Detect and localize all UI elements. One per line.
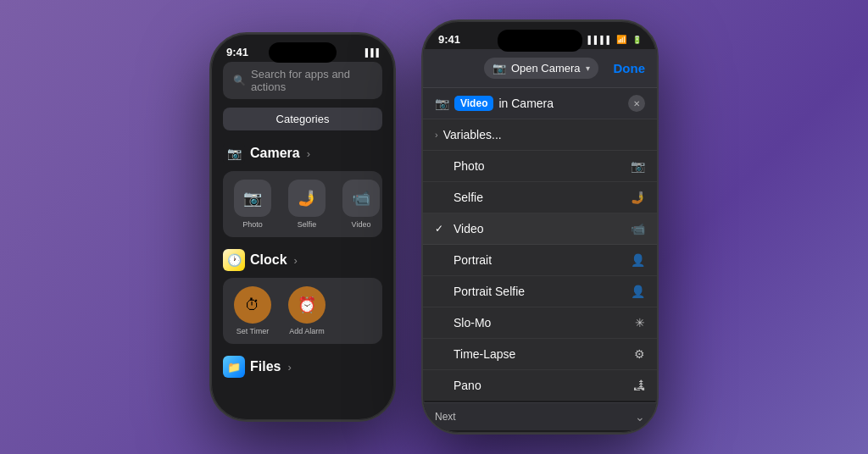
selfie-menu-icon: 🤳 — [631, 191, 645, 204]
menu-selfie-label: Selfie — [453, 191, 483, 204]
menu-item-pano[interactable]: Pano 🏞 — [423, 370, 657, 401]
video-label: Video — [352, 220, 371, 229]
left-phone: 9:41 ▐▐▐ 🔍 Search for apps and actions C… — [209, 32, 396, 422]
photo-menu-icon: 📷 — [631, 159, 645, 173]
add-alarm-item[interactable]: ⏰ Add Alarm — [286, 286, 328, 335]
battery-icon: 🔋 — [632, 36, 642, 44]
menu-item-photo[interactable]: Photo 📷 — [423, 151, 657, 182]
next-section: Next ⌄ Y Yahoo Finance + 📋 Reminders + ⚡… — [423, 402, 657, 435]
photo-label: Photo — [242, 220, 263, 229]
check-icon-video: ✓ — [435, 223, 443, 235]
add-alarm-label: Add Alarm — [289, 327, 325, 335]
token-bar: 📷 Video in Camera ✕ — [423, 88, 657, 119]
menu-item-video[interactable]: ✓ Video 📹 — [423, 213, 657, 245]
app-row-yahoo[interactable]: Y Yahoo Finance + — [423, 430, 657, 435]
open-camera-label: Open Camera — [511, 62, 581, 75]
portrait-selfie-menu-icon: 👤 — [631, 285, 645, 298]
dynamic-island-right — [498, 30, 582, 52]
search-bar[interactable]: 🔍 Search for apps and actions — [223, 62, 382, 99]
dynamic-island-left — [269, 42, 337, 63]
next-label: Next — [435, 411, 456, 423]
open-camera-pill[interactable]: 📷 Open Camera ▾ — [484, 58, 598, 79]
video-icon: 📹 — [342, 180, 380, 217]
variables-chevron-icon: › — [435, 130, 438, 140]
files-section-icon: 📁 — [223, 356, 245, 378]
categories-button[interactable]: Categories — [223, 108, 382, 130]
next-bar: Next ⌄ — [423, 402, 657, 430]
menu-portrait-label: Portrait — [453, 253, 492, 267]
camera-section-header: 📷 Camera › — [223, 142, 382, 164]
variables-row[interactable]: › Variables... — [423, 119, 657, 151]
menu-item-portrait[interactable]: Portrait 👤 — [423, 245, 657, 276]
video-token[interactable]: Video — [454, 96, 493, 111]
video-menu-icon: 📹 — [631, 222, 645, 235]
files-section-header: 📁 Files › — [223, 356, 382, 378]
photo-item[interactable]: 📷 Photo — [231, 180, 274, 229]
time-right: 9:41 — [438, 33, 460, 46]
signal-icon: ▐▐▐ — [363, 48, 379, 57]
clock-section-header: 🕐 Clock › — [223, 249, 382, 271]
menu-item-slomo[interactable]: Slo-Mo ✳ — [423, 307, 657, 339]
menu-item-portrait-selfie[interactable]: Portrait Selfie 👤 — [423, 276, 657, 307]
selfie-item[interactable]: 🤳 Selfie — [286, 180, 328, 229]
clock-section-title: Clock — [250, 252, 287, 268]
camera-section-icon: 📷 — [223, 142, 245, 164]
portrait-menu-icon: 👤 — [631, 253, 645, 267]
timer-icon: ⏱ — [234, 286, 271, 324]
camera-chevron-icon: › — [307, 147, 310, 160]
menu-pano-label: Pano — [453, 379, 481, 392]
in-camera-text: in Camera — [498, 97, 554, 110]
alarm-icon: ⏰ — [288, 286, 326, 324]
selfie-label: Selfie — [298, 220, 317, 229]
menu-portrait-selfie-label: Portrait Selfie — [453, 285, 525, 298]
done-button[interactable]: Done — [614, 61, 646, 75]
status-icons-right: ▐▐▐▐ 📶 🔋 — [585, 35, 642, 44]
clock-section-icon: 🕐 — [223, 249, 245, 271]
expand-icon: ⌄ — [635, 410, 645, 424]
files-section-title: Files — [250, 359, 281, 374]
pano-menu-icon: 🏞 — [633, 379, 645, 392]
video-item[interactable]: 📹 Video — [340, 180, 382, 229]
left-screen-content: 🔍 Search for apps and actions Categories… — [211, 62, 394, 406]
search-placeholder: Search for apps and actions — [251, 68, 372, 93]
camera-section-title: Camera — [250, 146, 300, 161]
signal-bars-icon: ▐▐▐▐ — [585, 36, 610, 44]
files-chevron-icon: › — [287, 361, 291, 374]
variables-label: Variables... — [443, 128, 502, 141]
set-timer-label: Set Timer — [236, 327, 270, 335]
status-icons-left: ▐▐▐ — [363, 48, 379, 57]
menu-photo-label: Photo — [453, 159, 485, 173]
set-timer-item[interactable]: ⏱ Set Timer — [231, 286, 274, 335]
wifi-icon: 📶 — [616, 35, 626, 44]
pill-chevron-icon: ▾ — [586, 64, 590, 73]
menu-timelapse-label: Time-Lapse — [453, 347, 515, 361]
slomo-menu-icon: ✳ — [635, 316, 645, 329]
close-token-button[interactable]: ✕ — [628, 95, 645, 112]
menu-item-timelapse[interactable]: Time-Lapse ⚙ — [423, 339, 657, 370]
menu-slomo-label: Slo-Mo — [453, 316, 491, 329]
search-icon: 🔍 — [233, 75, 246, 86]
right-phone: 9:41 ▐▐▐▐ 📶 🔋 📷 Open Camera ▾ Done 📷 Vid… — [421, 19, 659, 435]
camera-app-grid: 📷 Photo 🤳 Selfie 📹 Video — [223, 171, 382, 237]
menu-video-label: Video — [453, 222, 484, 235]
photo-icon: 📷 — [234, 180, 271, 217]
timelapse-menu-icon: ⚙ — [634, 347, 645, 361]
camera-pill-icon: 📷 — [492, 62, 506, 75]
time-left: 9:41 — [226, 46, 248, 58]
top-action-bar: 📷 Open Camera ▾ Done — [423, 49, 657, 88]
clock-app-grid: ⏱ Set Timer ⏰ Add Alarm — [223, 278, 382, 344]
selfie-icon: 🤳 — [288, 180, 326, 217]
token-camera-icon: 📷 — [435, 97, 449, 110]
menu-item-selfie[interactable]: Selfie 🤳 — [423, 182, 657, 213]
dropdown-menu: › Variables... Photo 📷 Selfie 🤳 ✓ Video — [423, 119, 657, 401]
clock-chevron-icon: › — [294, 254, 298, 267]
